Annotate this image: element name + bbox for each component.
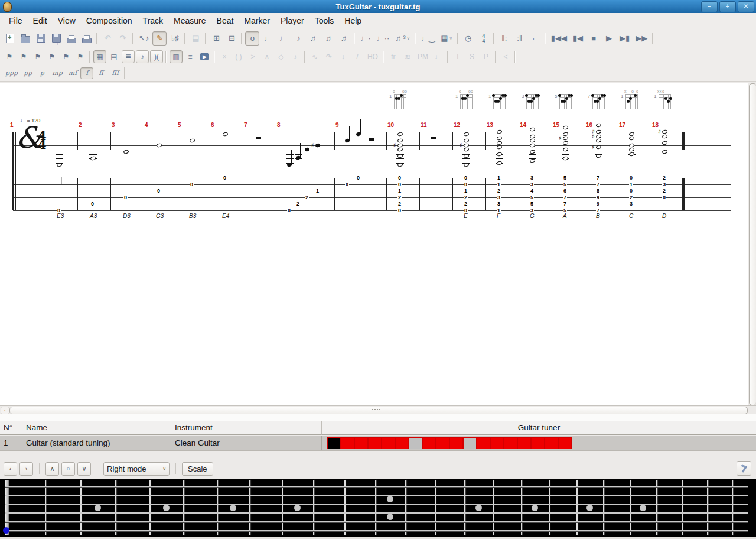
redo-button: ↷ [116, 31, 130, 46]
menu-measure[interactable]: Measure [168, 15, 211, 27]
repeat-close-button[interactable]: :‖ [513, 31, 527, 46]
sash-grip-top[interactable] [372, 408, 380, 412]
duration-eighth-button[interactable]: ♪ [291, 31, 305, 46]
tempo-button[interactable]: ◷ [461, 31, 475, 46]
dynamic-ff-button[interactable]: ff [94, 67, 107, 79]
caret-up-button[interactable]: ∧ [45, 462, 59, 476]
dynamic-mf-button[interactable]: mf [66, 67, 80, 79]
dynamic-ppp-button[interactable]: ppp [3, 67, 20, 79]
transport-previous-button[interactable]: ▮◀ [571, 31, 585, 46]
accidentals-button[interactable]: ♭♯ [168, 31, 182, 46]
view-piano-button[interactable]: ▤ [107, 50, 120, 63]
tab-fret-number: 0 [345, 181, 349, 187]
marker-next-button[interactable]: ⚑ [60, 50, 73, 63]
caret-duration-button[interactable]: o [61, 462, 75, 476]
dynamic-p-button[interactable]: p [35, 67, 48, 79]
open-file-button[interactable] [18, 31, 32, 46]
bottom-sash[interactable] [0, 450, 756, 459]
new-file-button[interactable] [3, 31, 17, 46]
marker-add-button[interactable]: ⚑ [3, 50, 16, 63]
double-dotted-note-button[interactable]: ♩·· [374, 31, 392, 46]
transport-last-button[interactable]: ▶▶ [633, 31, 650, 46]
chord-diagram-fret [460, 106, 472, 106]
show-player-button[interactable]: ▶ [198, 50, 211, 63]
show-mixer-button[interactable]: ≡ [184, 50, 197, 63]
duration-half-button[interactable]: ♩ [260, 31, 275, 46]
barline [77, 132, 78, 150]
show-fretboard-button[interactable]: ▥ [170, 50, 183, 63]
menu-beat[interactable]: Beat [211, 15, 239, 27]
edit-voice-pencil-button[interactable]: ✎ [152, 31, 167, 46]
chord-diagram-fret [592, 106, 605, 106]
duration-quarter-button[interactable]: ♩ [276, 31, 290, 46]
repeat-open-button[interactable]: ‖: [497, 31, 511, 46]
tuner-cell-red [354, 437, 368, 449]
dynamic-f-button[interactable]: f [80, 67, 93, 79]
time-signature-button[interactable]: 44 [477, 31, 491, 46]
track-row-name[interactable]: Guitar (standard tuning) [22, 436, 171, 450]
fretboard-prev-button[interactable]: ‹ [4, 462, 17, 476]
duration-whole-button[interactable]: o [245, 31, 259, 46]
minimize-button[interactable]: − [701, 1, 718, 12]
fretboard[interactable] [0, 479, 756, 537]
track-row-instrument[interactable]: Clean Guitar [171, 436, 322, 450]
vscroll-thumb[interactable] [749, 83, 756, 405]
beat-group-button[interactable]: ▦∨ [438, 31, 454, 46]
tuplet-button[interactable]: ♬³∨ [393, 31, 412, 46]
transport-play-button[interactable]: ▶ [602, 31, 616, 46]
save-as-button[interactable] [49, 31, 63, 46]
menu-tools[interactable]: Tools [309, 15, 340, 27]
duration-thirtysecond-button[interactable]: ♬ [322, 31, 336, 46]
fretboard-settings-button[interactable] [737, 461, 751, 476]
caret-down-button[interactable]: ∨ [77, 462, 91, 476]
menu-player[interactable]: Player [275, 15, 309, 27]
close-button[interactable]: ✕ [738, 1, 754, 12]
score-canvas[interactable]: 123456789101112131415161718♩ = 120&44♯♯♯… [0, 83, 756, 405]
transport-next-button[interactable]: ▶▮ [617, 31, 632, 46]
dynamic-pp-button[interactable]: pp [21, 67, 34, 79]
view-compact-button[interactable]: )( [150, 50, 163, 63]
menu-marker[interactable]: Marker [239, 15, 275, 27]
print-preview-button[interactable] [80, 31, 94, 46]
add-measure-button[interactable]: ⊞ [209, 31, 223, 46]
menu-help[interactable]: Help [339, 15, 367, 27]
duration-sixtyfourth-button[interactable]: ♬ [337, 31, 351, 46]
transport-first-button[interactable]: ▮◀◀ [549, 31, 569, 46]
print-button[interactable] [64, 31, 79, 46]
transport-stop-button[interactable]: ■ [586, 31, 601, 46]
dynamic-fff-button[interactable]: fff [109, 67, 122, 79]
repeat-alternative-button[interactable]: ⌐ [528, 31, 542, 46]
score-vertical-scrollbar[interactable] [748, 83, 756, 405]
menu-composition[interactable]: Composition [81, 15, 138, 27]
duration-sixteenth-button[interactable]: ♬ [307, 31, 321, 46]
view-score-button[interactable]: ≣ [122, 50, 135, 63]
menu-edit[interactable]: Edit [28, 15, 53, 27]
edit-mode-button[interactable]: ↖♪ [136, 31, 151, 46]
guitar-tuner-strip[interactable] [322, 436, 756, 450]
string-label: E4 [222, 213, 229, 219]
toolbar-separator [304, 51, 305, 63]
menu-view[interactable]: View [53, 15, 81, 27]
maximize-button[interactable]: + [719, 1, 736, 12]
hand-mode-select[interactable]: Right mode ∨ [103, 462, 170, 476]
track-row-number[interactable]: 1 [0, 436, 22, 450]
fretboard-next-button[interactable]: › [19, 462, 33, 476]
header-instrument: Instrument [171, 421, 322, 435]
marker-last-button[interactable]: ⚑ [74, 50, 87, 63]
effect-harmonic-button: ◇ [275, 50, 288, 63]
marker-first-button[interactable]: ⚑ [31, 50, 44, 63]
marker-previous-button[interactable]: ⚑ [45, 50, 58, 63]
view-matrix-button[interactable]: ▦ [93, 50, 106, 63]
dotted-note-button[interactable]: ♩· [358, 31, 373, 46]
sash-grip-bottom[interactable] [372, 453, 380, 457]
save-button[interactable] [34, 31, 48, 46]
remove-measure-button[interactable]: ⊟ [224, 31, 239, 46]
marker-remove-button[interactable]: ⚑ [17, 50, 30, 63]
score-horizontal-scrollbar[interactable]: ‹ [0, 405, 756, 414]
view-note-button[interactable]: ♪ [136, 50, 149, 63]
menu-track[interactable]: Track [138, 15, 168, 27]
scale-button[interactable]: Scale [182, 462, 213, 476]
menu-file[interactable]: File [4, 15, 28, 27]
tied-note-button[interactable]: ♩‿ [419, 31, 437, 46]
dynamic-mp-button[interactable]: mp [50, 67, 64, 79]
